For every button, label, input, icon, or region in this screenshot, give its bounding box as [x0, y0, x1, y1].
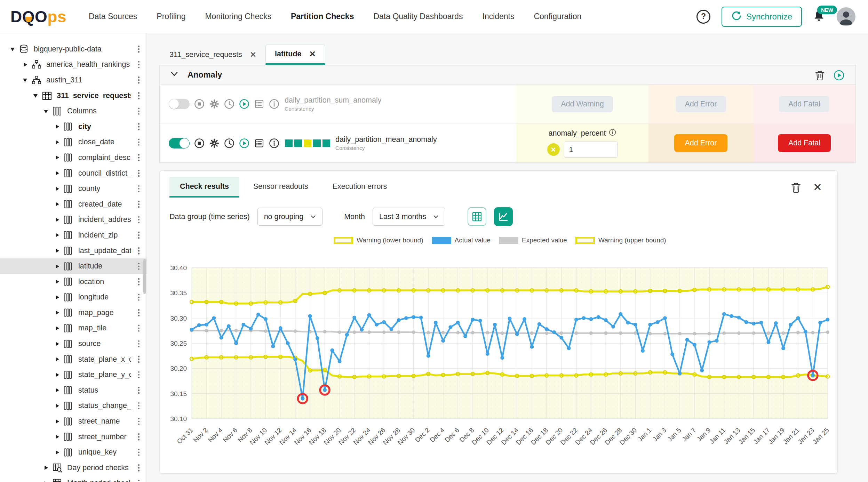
- item-menu-kebab-icon[interactable]: [137, 184, 141, 194]
- item-menu-kebab-icon[interactable]: [137, 199, 141, 209]
- sidebar-item-month-period-checks[interactable]: Month period checks: [0, 476, 146, 482]
- sidebar-item-city[interactable]: city: [0, 119, 146, 135]
- check-settings-icon[interactable]: [209, 138, 220, 148]
- sidebar-item-day-period-checks[interactable]: Day period checks: [0, 460, 146, 476]
- synchronize-button[interactable]: Synchronize: [722, 7, 802, 27]
- results-tab-execution-errors[interactable]: Execution errors: [322, 177, 398, 198]
- collapse-arrow-icon[interactable]: [44, 109, 49, 114]
- sidebar-item-incident-address[interactable]: incident_address: [0, 212, 146, 228]
- expand-arrow-icon[interactable]: [55, 202, 60, 207]
- expand-arrow-icon[interactable]: [55, 124, 60, 129]
- nav-item-incidents[interactable]: Incidents: [482, 12, 514, 21]
- anomaly-panel-header[interactable]: Anomaly: [160, 65, 855, 85]
- item-menu-kebab-icon[interactable]: [137, 463, 141, 473]
- tab-311-service-requests[interactable]: 311_service_requests✕: [160, 44, 265, 65]
- expand-arrow-icon[interactable]: [55, 342, 60, 346]
- expand-arrow-icon[interactable]: [55, 233, 60, 238]
- nav-item-partition-checks[interactable]: Partition Checks: [291, 12, 354, 21]
- disable-check-icon[interactable]: [194, 99, 205, 109]
- item-menu-kebab-icon[interactable]: [137, 215, 141, 225]
- item-menu-kebab-icon[interactable]: [137, 261, 141, 271]
- sidebar-scrollbar[interactable]: [143, 259, 146, 294]
- add-warning-button[interactable]: Add Warning: [552, 96, 613, 112]
- item-menu-kebab-icon[interactable]: [137, 230, 141, 240]
- expand-arrow-icon[interactable]: [55, 310, 60, 315]
- delete-results-icon[interactable]: [791, 182, 801, 194]
- sidebar-item-location[interactable]: location: [0, 274, 146, 290]
- item-menu-kebab-icon[interactable]: [137, 106, 141, 116]
- sidebar-item-map-tile[interactable]: map_tile: [0, 321, 146, 336]
- expand-arrow-icon[interactable]: [55, 357, 60, 362]
- expand-arrow-icon[interactable]: [55, 155, 60, 160]
- delete-section-results-icon[interactable]: [815, 70, 825, 82]
- expand-arrow-icon[interactable]: [55, 388, 60, 393]
- status-square-teal[interactable]: [322, 139, 330, 147]
- sidebar-item-latitude[interactable]: latitude: [0, 258, 146, 274]
- chart-view-button[interactable]: [494, 207, 513, 226]
- sidebar-item-council-district-code[interactable]: council_district_code: [0, 166, 146, 181]
- check-details-icon[interactable]: [254, 138, 264, 148]
- item-menu-kebab-icon[interactable]: [137, 479, 141, 482]
- status-square-yellow[interactable]: [304, 139, 311, 147]
- collapse-arrow-icon[interactable]: [10, 47, 15, 51]
- add-error-button[interactable]: Add Error: [676, 96, 726, 112]
- check-info-icon[interactable]: [269, 99, 279, 109]
- sidebar-item-last-update-date[interactable]: last_update_date: [0, 243, 146, 259]
- sidebar-item-columns[interactable]: Columns: [0, 103, 146, 119]
- run-check-icon[interactable]: [239, 99, 249, 109]
- expand-arrow-icon[interactable]: [55, 434, 60, 439]
- sidebar-item-311-service-requests[interactable]: 311_service_requests: [0, 88, 146, 104]
- sidebar-item-county[interactable]: county: [0, 181, 146, 196]
- check-details-icon[interactable]: [254, 99, 264, 109]
- chevron-down-icon[interactable]: [170, 71, 178, 78]
- item-menu-kebab-icon[interactable]: [137, 416, 141, 426]
- legend-item-actual-value[interactable]: Actual value: [432, 236, 491, 244]
- sidebar-item-austin-311[interactable]: austin_311: [0, 72, 146, 88]
- notifications-bell[interactable]: NEW: [813, 10, 826, 24]
- expand-arrow-icon[interactable]: [55, 186, 60, 191]
- item-menu-kebab-icon[interactable]: [137, 122, 141, 132]
- check-info-icon[interactable]: [269, 138, 279, 148]
- item-menu-kebab-icon[interactable]: [137, 60, 141, 70]
- expand-arrow-icon[interactable]: [55, 403, 60, 408]
- item-menu-kebab-icon[interactable]: [137, 246, 141, 256]
- close-results-icon[interactable]: ✕: [813, 182, 822, 193]
- expand-arrow-icon[interactable]: [55, 217, 60, 222]
- nav-item-configuration[interactable]: Configuration: [534, 12, 581, 21]
- item-menu-kebab-icon[interactable]: [137, 75, 141, 85]
- sidebar-item-street-number[interactable]: street_number: [0, 429, 146, 445]
- item-menu-kebab-icon[interactable]: [137, 91, 141, 101]
- expand-arrow-icon[interactable]: [55, 171, 60, 176]
- legend-item-warning-lower-bound[interactable]: Warning (lower bound): [334, 236, 423, 244]
- add-error-button[interactable]: Add Error: [674, 134, 727, 152]
- nav-item-data-quality-dashboards[interactable]: Data Quality Dashboards: [373, 12, 463, 21]
- sidebar-item-created-date[interactable]: created_date: [0, 196, 146, 212]
- run-checks-icon[interactable]: [834, 70, 844, 82]
- check-settings-icon[interactable]: [209, 99, 220, 109]
- sidebar-item-unique-key[interactable]: unique_key: [0, 444, 146, 460]
- check-enabled-toggle[interactable]: [169, 99, 190, 109]
- table-view-button[interactable]: [468, 207, 486, 226]
- expand-arrow-icon[interactable]: [55, 140, 60, 145]
- status-square-teal[interactable]: [313, 139, 321, 147]
- sidebar-item-state-plane-x-coordir[interactable]: state_plane_x_coordir: [0, 352, 146, 367]
- data-group-select[interactable]: no grouping: [257, 208, 323, 226]
- item-menu-kebab-icon[interactable]: [137, 168, 141, 178]
- item-menu-kebab-icon[interactable]: [137, 401, 141, 411]
- sidebar-item-incident-zip[interactable]: incident_zip: [0, 227, 146, 243]
- item-menu-kebab-icon[interactable]: [137, 339, 141, 349]
- expand-arrow-icon[interactable]: [55, 248, 60, 253]
- expand-arrow-icon[interactable]: [55, 295, 60, 300]
- sidebar-item-source[interactable]: source: [0, 336, 146, 352]
- sidebar-item-bigquery-public-data[interactable]: bigquery-public-data: [0, 41, 146, 57]
- sidebar-item-america-health-rankings[interactable]: america_health_rankings: [0, 57, 146, 73]
- results-tab-sensor-readouts[interactable]: Sensor readouts: [243, 177, 319, 198]
- legend-item-warning-upper-bound[interactable]: Warning (upper bound): [575, 236, 666, 244]
- collapse-arrow-icon[interactable]: [33, 93, 38, 98]
- item-menu-kebab-icon[interactable]: [137, 354, 141, 364]
- expand-arrow-icon[interactable]: [55, 450, 60, 455]
- schedule-icon[interactable]: [224, 138, 234, 148]
- month-select[interactable]: Last 3 months: [373, 208, 445, 226]
- user-avatar[interactable]: [837, 7, 855, 26]
- sidebar-item-status[interactable]: status: [0, 383, 146, 398]
